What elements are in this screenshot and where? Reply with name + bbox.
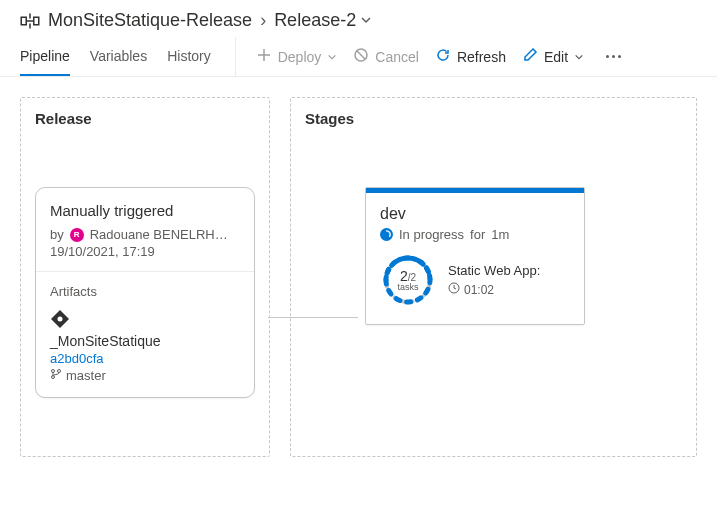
svg-point-5 [58, 370, 61, 373]
cancel-label: Cancel [375, 49, 419, 65]
stages-panel-title: Stages [305, 110, 682, 127]
stage-name: dev [380, 205, 570, 223]
release-trigger-label: Manually triggered [50, 202, 240, 219]
artifact-commit-link[interactable]: a2bd0cfa [50, 351, 240, 366]
release-panel: Release Manually triggered by R Radouane… [20, 97, 270, 457]
svg-point-3 [58, 317, 63, 322]
breadcrumb-current-label: Release-2 [274, 10, 356, 31]
release-card[interactable]: Manually triggered by R Radouane BENELRH… [35, 187, 255, 398]
tab-pipeline[interactable]: Pipeline [20, 37, 70, 76]
refresh-button[interactable]: Refresh [435, 47, 506, 66]
svg-point-4 [52, 370, 55, 373]
release-byline: by R Radouane BENELRH… [50, 227, 240, 242]
release-icon [20, 11, 40, 31]
tab-variables[interactable]: Variables [90, 37, 147, 76]
in-progress-icon [380, 228, 393, 241]
edit-icon [522, 47, 538, 66]
more-actions-button[interactable] [600, 51, 627, 62]
deploy-button[interactable]: Deploy [256, 47, 338, 66]
cancel-button[interactable]: Cancel [353, 47, 419, 66]
tasks-label: tasks [397, 282, 418, 292]
tab-toolbar-row: Pipeline Variables History Deploy Cancel… [0, 37, 717, 77]
artifact-alias: _MonSiteStatique [50, 333, 240, 349]
tasks-progress-ring: 2/2 tasks [380, 252, 436, 308]
release-timestamp: 19/10/2021, 17:19 [50, 244, 240, 259]
refresh-icon [435, 47, 451, 66]
current-task-duration: 01:02 [448, 282, 540, 297]
breadcrumb-separator: › [260, 10, 266, 31]
connector-line [268, 317, 358, 318]
svg-rect-0 [21, 17, 26, 25]
breadcrumb-parent-link[interactable]: MonSiteStatique-Release [48, 10, 252, 31]
stage-duration-prefix: for [470, 227, 485, 242]
stage-card[interactable]: dev In progress for 1m [365, 187, 585, 325]
chevron-down-icon [360, 10, 372, 31]
stage-status: In progress for 1m [380, 227, 570, 242]
refresh-label: Refresh [457, 49, 506, 65]
task-duration-value: 01:02 [464, 283, 494, 297]
breadcrumb-current[interactable]: Release-2 [274, 10, 372, 31]
stage-status-text: In progress [399, 227, 464, 242]
artifact-branch: master [50, 368, 240, 383]
cancel-icon [353, 47, 369, 66]
svg-rect-1 [34, 17, 39, 25]
user-avatar: R [70, 228, 84, 242]
chevron-down-icon [327, 49, 337, 65]
artifact-type-icon [50, 309, 240, 329]
clock-icon [448, 282, 460, 297]
pipeline-lane: Release Manually triggered by R Radouane… [0, 77, 717, 477]
breadcrumb: MonSiteStatique-Release › Release-2 [0, 0, 717, 37]
toolbar: Deploy Cancel Refresh Edit [235, 37, 627, 76]
plus-icon [256, 47, 272, 66]
by-prefix: by [50, 227, 64, 242]
edit-button[interactable]: Edit [522, 47, 584, 66]
artifact-branch-name: master [66, 368, 106, 383]
branch-icon [50, 368, 62, 383]
edit-label: Edit [544, 49, 568, 65]
tabs: Pipeline Variables History [20, 37, 211, 76]
chevron-down-icon [574, 49, 584, 65]
current-task-name: Static Web App: [448, 263, 540, 278]
artifacts-label: Artifacts [50, 284, 240, 299]
deploy-label: Deploy [278, 49, 322, 65]
stages-panel: Stages dev In progress for 1m [290, 97, 697, 457]
release-user: Radouane BENELRH… [90, 227, 228, 242]
tab-history[interactable]: History [167, 37, 211, 76]
release-panel-title: Release [35, 110, 255, 127]
stage-duration: 1m [491, 227, 509, 242]
